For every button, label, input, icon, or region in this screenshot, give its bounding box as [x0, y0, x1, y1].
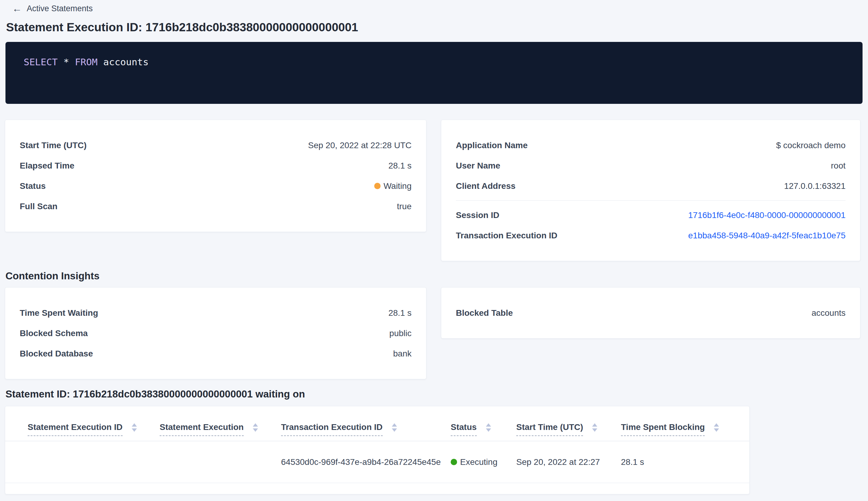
- time-spent-waiting-row: Time Spent Waiting 28.1 s: [20, 303, 412, 323]
- transaction-execution-id-row: Transaction Execution ID e1bba458-5948-4…: [456, 225, 846, 246]
- back-link-label: Active Statements: [27, 4, 93, 13]
- column-header-statement-execution-id[interactable]: Statement Execution ID: [28, 422, 160, 441]
- time-spent-waiting-label: Time Spent Waiting: [20, 308, 98, 318]
- cell-status: Executing: [451, 457, 516, 467]
- status-value: Waiting: [384, 181, 412, 191]
- column-header-start-time[interactable]: Start Time (UTC): [516, 422, 621, 441]
- contention-blocked-table-card: Blocked Table accounts: [441, 287, 860, 339]
- start-time-label: Start Time (UTC): [20, 141, 87, 150]
- session-summary-card: Application Name $ cockroach demo User N…: [441, 120, 860, 261]
- elapsed-time-row: Elapsed Time 28.1 s: [20, 156, 412, 176]
- user-name-row: User Name root: [456, 156, 846, 176]
- sort-icon[interactable]: [714, 423, 719, 432]
- sort-icon[interactable]: [486, 423, 491, 432]
- contention-waiting-card: Time Spent Waiting 28.1 s Blocked Schema…: [5, 287, 426, 379]
- executing-status-dot-icon: [451, 459, 457, 465]
- transaction-execution-id-label: Transaction Execution ID: [456, 231, 557, 241]
- waiting-on-heading: Statement ID: 1716b218dc0b38380000000000…: [6, 388, 868, 400]
- page-title: Statement Execution ID: 1716b218dc0b3838…: [6, 21, 868, 34]
- application-name-value: $ cockroach demo: [776, 141, 846, 150]
- column-label: Start Time (UTC): [516, 422, 583, 436]
- client-address-row: Client Address 127.0.0.1:63321: [456, 176, 846, 196]
- session-id-row: Session ID 1716b1f6-4e0c-f480-0000-00000…: [456, 205, 846, 225]
- column-header-statement-execution[interactable]: Statement Execution: [160, 422, 281, 441]
- contention-insights-heading: Contention Insights: [6, 270, 868, 282]
- full-scan-row: Full Scan true: [20, 196, 412, 216]
- blocked-database-label: Blocked Database: [20, 349, 93, 359]
- column-label: Status: [451, 422, 477, 436]
- cell-start-time: Sep 20, 2022 at 22:27: [516, 457, 621, 467]
- status-label: Status: [20, 181, 46, 191]
- sql-table-identifier: accounts: [103, 56, 149, 67]
- column-header-time-spent-blocking[interactable]: Time Spent Blocking: [621, 422, 737, 441]
- blocked-database-row: Blocked Database bank: [20, 343, 412, 364]
- status-badge: Waiting: [374, 181, 412, 191]
- client-address-label: Client Address: [456, 181, 516, 191]
- sort-icon[interactable]: [392, 423, 397, 432]
- cell-time-spent-blocking: 28.1 s: [621, 457, 737, 467]
- waiting-on-table-header: Statement Execution ID Statement Executi…: [5, 406, 749, 441]
- column-header-transaction-execution-id[interactable]: Transaction Execution ID: [281, 422, 451, 441]
- sort-icon[interactable]: [253, 423, 258, 432]
- start-time-row: Start Time (UTC) Sep 20, 2022 at 22:28 U…: [20, 135, 412, 156]
- sql-star-operator: *: [63, 56, 69, 67]
- blocked-schema-value: public: [389, 329, 412, 338]
- application-name-row: Application Name $ cockroach demo: [456, 135, 846, 156]
- elapsed-time-value: 28.1 s: [389, 161, 412, 171]
- sort-icon[interactable]: [592, 423, 597, 432]
- waiting-status-dot-icon: [374, 183, 381, 189]
- blocked-schema-label: Blocked Schema: [20, 329, 88, 338]
- arrow-left-icon: ←: [12, 4, 22, 13]
- sql-statement-box: SELECT * FROM accounts: [6, 42, 862, 104]
- transaction-execution-id-link[interactable]: e1bba458-5948-40a9-a42f-5feac1b10e75: [688, 231, 846, 241]
- column-label: Time Spent Blocking: [621, 422, 705, 436]
- column-label: Statement Execution: [160, 422, 244, 436]
- elapsed-time-label: Elapsed Time: [20, 161, 74, 171]
- application-name-label: Application Name: [456, 141, 528, 150]
- summary-cards-row: Start Time (UTC) Sep 20, 2022 at 22:28 U…: [5, 120, 860, 261]
- blocked-table-label: Blocked Table: [456, 308, 513, 318]
- card-divider: [456, 200, 846, 201]
- execution-summary-card: Start Time (UTC) Sep 20, 2022 at 22:28 U…: [5, 120, 426, 232]
- user-name-label: User Name: [456, 161, 500, 171]
- session-id-link[interactable]: 1716b1f6-4e0c-f480-0000-000000000001: [688, 211, 846, 220]
- contention-cards-row: Time Spent Waiting 28.1 s Blocked Schema…: [5, 287, 860, 379]
- time-spent-waiting-value: 28.1 s: [389, 308, 412, 318]
- cell-transaction-execution-id: 64530d0c-969f-437e-a9b4-26a72245e45e: [281, 457, 451, 467]
- session-id-label: Session ID: [456, 211, 499, 220]
- column-header-status[interactable]: Status: [451, 422, 516, 441]
- start-time-value: Sep 20, 2022 at 22:28 UTC: [308, 141, 412, 150]
- sort-icon[interactable]: [132, 423, 137, 432]
- blocked-schema-row: Blocked Schema public: [20, 323, 412, 343]
- waiting-on-table-card: Statement Execution ID Statement Executi…: [5, 406, 750, 494]
- client-address-value: 127.0.0.1:63321: [784, 181, 846, 191]
- status-row: Status Waiting: [20, 176, 412, 196]
- blocked-table-value: accounts: [812, 308, 846, 318]
- blocked-table-row: Blocked Table accounts: [456, 303, 846, 323]
- blocked-database-value: bank: [393, 349, 412, 359]
- sql-keyword-select: SELECT: [24, 56, 58, 67]
- full-scan-label: Full Scan: [20, 202, 57, 211]
- cell-status-label: Executing: [460, 457, 497, 467]
- table-row: 64530d0c-969f-437e-a9b4-26a72245e45e Exe…: [5, 441, 749, 483]
- column-label: Statement Execution ID: [28, 422, 123, 436]
- full-scan-value: true: [397, 202, 412, 211]
- user-name-value: root: [831, 161, 846, 171]
- sql-keyword-from: FROM: [75, 56, 98, 67]
- back-to-active-statements-link[interactable]: ← Active Statements: [12, 4, 93, 13]
- column-label: Transaction Execution ID: [281, 422, 383, 436]
- sql-statement: SELECT * FROM accounts: [24, 56, 850, 67]
